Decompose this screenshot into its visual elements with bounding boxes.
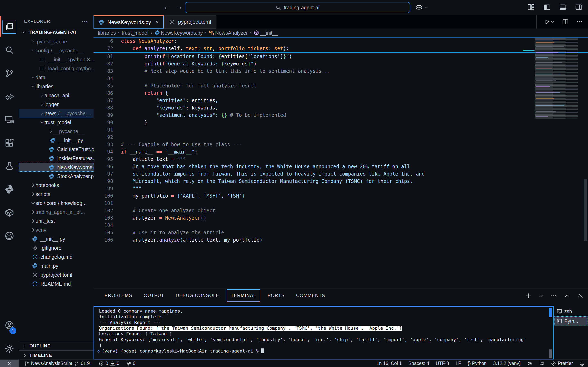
navigate-back-icon[interactable]: ← [163, 3, 170, 11]
tree-item-.pytest_cache[interactable]: .pytest_cache [19, 37, 94, 46]
tree-item-__pycache__[interactable]: __pycache__ [19, 127, 94, 136]
toggle-secondary-sidebar-icon[interactable] [575, 3, 583, 11]
maximize-panel-icon[interactable] [564, 292, 571, 299]
customize-layout-icon[interactable] [527, 3, 535, 11]
new-terminal-icon[interactable] [525, 292, 532, 299]
breadcrumb-item-libraries[interactable]: libraries [98, 30, 116, 36]
tree-item-libraries[interactable]: libraries [19, 82, 94, 91]
tree-item-pyproject.toml[interactable]: pyproject.toml [19, 270, 94, 279]
tree-item-changelog.md[interactable]: changelog.md [19, 252, 94, 261]
close-tab-icon[interactable]: × [156, 19, 159, 25]
panel-tab-problems[interactable]: PROBLEMS [100, 289, 136, 302]
tree-item-__init__.py[interactable]: __init__.py [19, 136, 94, 145]
minimap[interactable] [535, 38, 586, 119]
terminal-scrollbar[interactable] [549, 308, 552, 317]
command-center-search[interactable]: trading-agent-ai [185, 2, 410, 13]
code-editor[interactable]: 81 print(f"Locations Found: {entities['l… [94, 53, 588, 244]
tree-item-__init__.cpython-3...[interactable]: __init__.cpython-3... [19, 55, 94, 64]
notifications[interactable] [576, 360, 588, 367]
activity-containers[interactable] [0, 201, 19, 224]
run-python-file-button[interactable] [544, 18, 554, 25]
eol[interactable]: LF [452, 360, 464, 367]
accounts-menu[interactable]: 1 [0, 313, 19, 337]
terminal-scrollbar-bottom[interactable] [549, 350, 552, 358]
breadcrumb-item-NewsKeywords.py[interactable]: NewsKeywords.py [154, 30, 203, 36]
chevron-right-icon [22, 353, 28, 358]
settings-menu[interactable] [0, 337, 19, 360]
chevron-right-icon [31, 210, 35, 215]
activity-search[interactable] [0, 38, 19, 62]
editor-more-icon[interactable] [576, 18, 583, 25]
activity-python[interactable] [0, 178, 19, 201]
explorer-more-icon[interactable]: ⋯ [82, 18, 88, 25]
outline-section[interactable]: OUTLINE [19, 341, 96, 350]
cat-extension[interactable] [536, 360, 548, 367]
tree-item-trading_agent_ai_pr...[interactable]: trading_agent_ai_pr... [19, 208, 94, 217]
tree-item-data[interactable]: data [19, 73, 94, 82]
panel-tab-terminal[interactable]: TERMINAL [227, 289, 260, 302]
activity-remote-explorer[interactable] [0, 108, 19, 131]
tree-item-alpaca_api[interactable]: alpaca_api [19, 91, 94, 100]
panel-tab-debug-console[interactable]: DEBUG CONSOLE [172, 289, 223, 302]
tree-item-main.py[interactable]: main.py [19, 261, 94, 270]
close-panel-icon[interactable] [577, 292, 584, 299]
panel-tab-output[interactable]: OUTPUT [140, 289, 168, 302]
tree-item-config[interactable]: config/ __pycache__ [19, 46, 94, 55]
terminal-dropdown-icon[interactable] [539, 293, 544, 298]
terminal-viewport[interactable]: Loaded 0 company name mappings.Initializ… [94, 306, 554, 360]
toggle-primary-sidebar-icon[interactable] [543, 3, 551, 11]
tree-item-trust_model[interactable]: trust_model [19, 118, 94, 127]
ports-status[interactable]: 0 [123, 360, 139, 367]
cursor-position[interactable]: Ln 16, Col 1 [373, 360, 405, 367]
panel-more-icon[interactable] [550, 292, 557, 299]
breadcrumb-item-__init__[interactable]: __init__ [254, 30, 278, 36]
tree-item-load_config.cpytho...[interactable]: load_config.cpytho... [19, 64, 94, 73]
activity-testing[interactable] [0, 155, 19, 178]
problems-status[interactable]: 00 [95, 360, 123, 367]
tree-item-srccoreknowledg...[interactable]: src / core / knowledg... [19, 199, 94, 208]
navigate-forward-icon[interactable]: → [176, 3, 183, 11]
activity-github[interactable] [0, 224, 19, 248]
editor-scrollbar[interactable] [584, 179, 587, 241]
git-branch-status[interactable]: NewsAnalysisScript0↓ 9↑ [21, 360, 95, 367]
workspace-root-folder[interactable]: TRADING-AGENT-AI [19, 28, 94, 37]
tree-item-venv[interactable]: venv [19, 225, 94, 234]
status-text: LF [456, 361, 461, 366]
line-number: 96 [94, 163, 121, 170]
tab-NewsKeywords.py[interactable]: NewsKeywords.py× [94, 15, 164, 29]
python-interpreter[interactable]: 3.12.2 (venv) [490, 360, 524, 367]
tree-item-StockAnalyzer.py[interactable]: StockAnalyzer.py [19, 172, 94, 181]
encoding[interactable]: UTF-8 [432, 360, 452, 367]
prettier-status[interactable]: Prettier [548, 360, 576, 367]
panel-tab-ports[interactable]: PORTS [263, 289, 289, 302]
split-editor-icon[interactable] [562, 18, 569, 25]
tree-item-.gitignore[interactable]: .gitignore [19, 243, 94, 252]
tree-item-CalculateTrust.py[interactable]: CalculateTrust.py [19, 145, 94, 154]
copilot-status[interactable] [524, 360, 536, 367]
breadcrumb-item-trust_model[interactable]: trust_model [122, 30, 148, 36]
activity-explorer[interactable] [0, 15, 19, 38]
timeline-section[interactable]: TIMELINE [19, 350, 96, 360]
activity-run-debug[interactable] [0, 85, 19, 108]
terminal-instance-zsh[interactable]: zsh [554, 307, 588, 316]
activity-extensions[interactable] [0, 131, 19, 155]
tab-pyproject.toml[interactable]: pyproject.toml [164, 15, 216, 29]
tree-item-__init__.py[interactable]: __init__.py [19, 234, 94, 243]
tree-item-scripts[interactable]: scripts [19, 190, 94, 199]
tree-item-logger[interactable]: logger [19, 100, 94, 109]
tree-item-README.md[interactable]: README.md [19, 279, 94, 288]
terminal-instance-Pyth[interactable]: Pyth... [554, 316, 588, 326]
toggle-panel-icon[interactable] [559, 3, 567, 11]
tree-item-news[interactable]: news/ __pycache__ [19, 109, 94, 118]
breadcrumb-item-NewsAnalyzer[interactable]: NewsAnalyzer [209, 30, 248, 36]
remote-indicator[interactable] [0, 360, 19, 367]
activity-source-control[interactable] [0, 62, 19, 85]
tree-item-InsiderFeatures.py[interactable]: InsiderFeatures.py [19, 154, 94, 163]
tree-item-notebooks[interactable]: notebooks [19, 181, 94, 190]
copilot-menu[interactable] [415, 3, 428, 11]
panel-tab-comments[interactable]: COMMENTS [292, 289, 329, 302]
indentation[interactable]: Spaces: 4 [405, 360, 432, 367]
tree-item-unit_test[interactable]: unit_test [19, 217, 94, 225]
tree-item-NewsKeywords.py[interactable]: NewsKeywords.py [19, 163, 94, 172]
language-mode[interactable]: {} Python [464, 360, 490, 367]
